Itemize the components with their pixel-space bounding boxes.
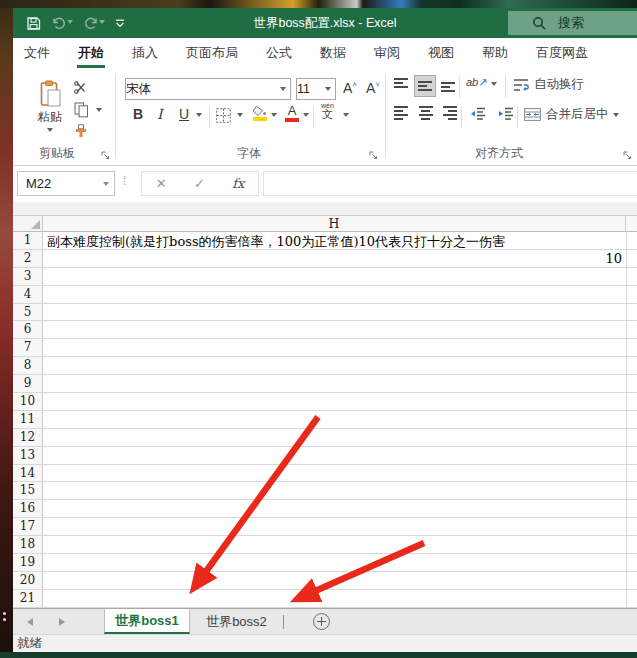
fill-color-button[interactable] [252, 105, 267, 121]
orientation-button[interactable]: ab↗ [466, 76, 487, 89]
row-cells[interactable] [43, 554, 637, 571]
row-cells[interactable] [43, 339, 637, 356]
wrap-text-button[interactable]: 自动换行 [513, 76, 584, 93]
undo-button[interactable] [51, 16, 73, 30]
row-header-16[interactable]: 16 [13, 500, 43, 517]
row-cells[interactable] [43, 375, 637, 392]
grid-row[interactable]: 7 [13, 339, 637, 357]
font-size-combo[interactable]: 11 [296, 78, 336, 100]
grid-row[interactable]: 15 [13, 482, 637, 500]
bold-button[interactable]: B [133, 106, 143, 122]
cell-H1[interactable]: 副本难度控制(就是打boss的伤害倍率，100为正常值)10代表只打十分之一伤害 [47, 233, 505, 249]
grid-row[interactable]: 9 [13, 375, 637, 393]
new-sheet-button[interactable] [313, 613, 330, 630]
grid-row[interactable]: 12 [13, 429, 637, 447]
grid-row[interactable]: 11 [13, 411, 637, 429]
tab-view[interactable]: 视图 [427, 46, 455, 68]
grid-row[interactable]: 210 [13, 250, 637, 268]
tab-formulas[interactable]: 公式 [265, 46, 293, 68]
grid-row[interactable]: 13 [13, 447, 637, 465]
row-cells[interactable]: 副本难度控制(就是打boss的伤害倍率，100为正常值)10代表只打十分之一伤害… [43, 232, 637, 249]
name-box[interactable]: M22 [17, 171, 115, 196]
grid-row[interactable]: 4 [13, 286, 637, 304]
grid-row[interactable]: 20 [13, 572, 637, 590]
increase-font-button[interactable]: A˄ [343, 80, 357, 96]
grid-row[interactable]: 10 [13, 393, 637, 411]
copy-button[interactable] [74, 102, 89, 118]
grid-row[interactable]: 6 [13, 321, 637, 339]
sheet-tab-worldboss1[interactable]: 世界boss1 [104, 609, 190, 634]
row-header-3[interactable]: 3 [13, 268, 43, 285]
row-cells[interactable] [43, 465, 637, 482]
search-box[interactable]: 搜索 [508, 11, 637, 35]
row-cells[interactable] [43, 268, 637, 285]
next-sheet-arrow-icon[interactable] [59, 618, 65, 626]
row-header-21[interactable]: 21 [13, 590, 43, 607]
row-header-2[interactable]: 2 [13, 250, 43, 267]
sheet-tab-worldboss2[interactable]: 世界boss2 [190, 609, 283, 634]
tab-help[interactable]: 帮助 [481, 46, 509, 68]
confirm-entry-icon[interactable]: ✓ [194, 176, 205, 191]
row-cells[interactable] [43, 429, 637, 446]
redo-button[interactable] [83, 16, 105, 30]
row-cells[interactable] [43, 286, 637, 303]
italic-button[interactable]: I [157, 106, 163, 122]
font-name-combo[interactable]: 宋体 [125, 78, 291, 100]
column-header-H[interactable]: H [43, 216, 626, 231]
tab-baidu-netdisk[interactable]: 百度网盘 [535, 46, 589, 68]
clipboard-dialog-launcher-icon[interactable] [101, 151, 110, 160]
row-cells[interactable] [43, 518, 637, 535]
row-cells[interactable] [43, 321, 637, 338]
row-header-8[interactable]: 8 [13, 357, 43, 374]
alignment-dialog-launcher-icon[interactable] [623, 151, 632, 160]
save-icon[interactable] [26, 16, 41, 31]
grid-row[interactable]: 16 [13, 500, 637, 518]
tab-page-layout[interactable]: 页面布局 [185, 46, 239, 68]
align-center-button[interactable] [418, 106, 433, 121]
cancel-entry-icon[interactable]: ✕ [156, 176, 167, 191]
tab-insert[interactable]: 插入 [131, 46, 159, 68]
tab-review[interactable]: 审阅 [373, 46, 401, 68]
grid-row[interactable]: 8 [13, 357, 637, 375]
merge-center-button[interactable]: 合并后居中 [524, 106, 609, 123]
row-header-20[interactable]: 20 [13, 572, 43, 589]
formula-bar-splitter[interactable]: ⁞ [123, 174, 126, 188]
row-header-13[interactable]: 13 [13, 447, 43, 464]
row-cells[interactable] [43, 482, 637, 499]
row-header-17[interactable]: 17 [13, 518, 43, 535]
align-left-button[interactable] [394, 106, 409, 121]
row-cells[interactable] [43, 393, 637, 410]
row-cells[interactable] [43, 500, 637, 517]
row-header-10[interactable]: 10 [13, 393, 43, 410]
grid-row[interactable]: 14 [13, 465, 637, 483]
row-header-11[interactable]: 11 [13, 411, 43, 428]
tab-data[interactable]: 数据 [319, 46, 347, 68]
align-middle-button-selected[interactable] [414, 75, 436, 97]
align-right-button[interactable] [442, 106, 457, 121]
cell-H2[interactable]: 10 [605, 251, 622, 266]
borders-button[interactable] [216, 108, 231, 123]
grid-row[interactable]: 17 [13, 518, 637, 536]
tab-file[interactable]: 文件 [23, 46, 51, 68]
row-cells[interactable] [43, 590, 637, 607]
row-header-4[interactable]: 4 [13, 286, 43, 303]
row-header-5[interactable]: 5 [13, 304, 43, 321]
row-header-7[interactable]: 7 [13, 339, 43, 356]
grid-row[interactable]: 1副本难度控制(就是打boss的伤害倍率，100为正常值)10代表只打十分之一伤… [13, 232, 637, 250]
row-cells[interactable] [43, 304, 637, 321]
row-cells[interactable] [43, 411, 637, 428]
align-bottom-button[interactable] [441, 78, 456, 92]
row-cells[interactable] [43, 536, 637, 553]
paste-button[interactable]: 粘贴 [30, 74, 70, 140]
decrease-indent-button[interactable] [470, 107, 486, 121]
font-dialog-launcher-icon[interactable] [369, 151, 378, 160]
grid-row[interactable]: 19 [13, 554, 637, 572]
row-cells[interactable] [43, 447, 637, 464]
underline-button[interactable]: U [179, 106, 189, 122]
row-cells[interactable]: 10 [43, 250, 637, 267]
row-header-14[interactable]: 14 [13, 465, 43, 482]
grid-row[interactable]: 18 [13, 536, 637, 554]
format-painter-button[interactable] [74, 124, 88, 138]
increase-indent-button[interactable] [498, 107, 514, 121]
grid-row[interactable]: 3 [13, 268, 637, 286]
